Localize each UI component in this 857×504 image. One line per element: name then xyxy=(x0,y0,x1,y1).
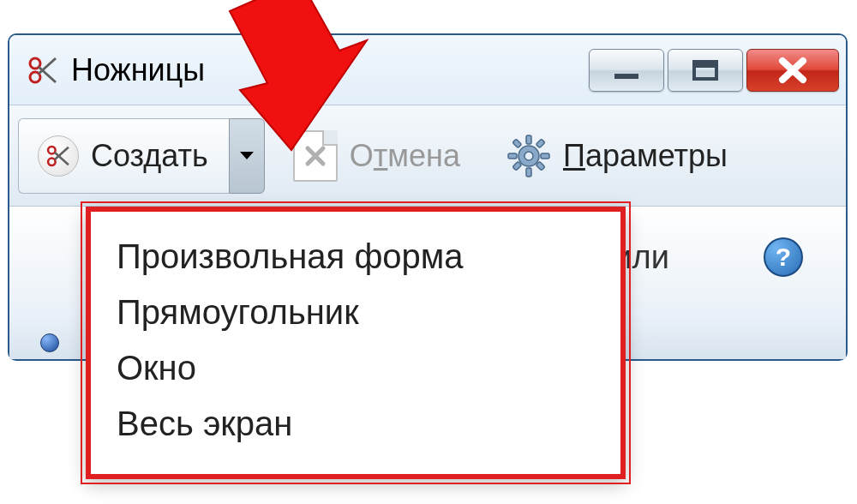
minimize-button[interactable] xyxy=(589,49,664,92)
options-button-label: Параметры xyxy=(563,138,728,174)
menu-item-window[interactable]: Окно xyxy=(113,340,598,396)
svg-rect-15 xyxy=(541,153,549,159)
svg-line-3 xyxy=(39,58,56,74)
menu-item-rectangle[interactable]: Прямоугольник xyxy=(113,285,598,340)
scissors-icon xyxy=(38,135,79,177)
menu-item-freeform[interactable]: Произвольная форма xyxy=(113,229,598,285)
cancel-button-label: Отмена xyxy=(350,138,460,174)
cancel-button: Отмена xyxy=(273,118,480,194)
maximize-button[interactable] xyxy=(668,49,743,92)
svg-point-7 xyxy=(48,146,56,153)
app-scissors-icon xyxy=(25,53,59,87)
new-button-label: Создать xyxy=(91,138,208,174)
svg-rect-13 xyxy=(526,168,531,177)
cancel-icon xyxy=(293,130,338,182)
help-icon[interactable]: ? xyxy=(764,237,803,277)
svg-rect-18 xyxy=(536,139,545,148)
gear-icon xyxy=(506,134,551,178)
svg-point-8 xyxy=(48,158,56,165)
close-button[interactable] xyxy=(746,49,839,92)
svg-rect-16 xyxy=(512,139,522,148)
titlebar: Ножницы xyxy=(9,35,846,105)
svg-rect-17 xyxy=(536,161,545,171)
svg-point-20 xyxy=(524,152,533,160)
svg-rect-19 xyxy=(512,161,522,171)
menu-item-fullscreen[interactable]: Весь экран xyxy=(113,396,598,452)
toolbar: Создать Отмена xyxy=(9,105,846,207)
bullet-icon xyxy=(40,333,59,352)
new-dropdown-menu: Произвольная форма Прямоугольник Окно Ве… xyxy=(86,207,626,479)
svg-rect-6 xyxy=(694,62,716,68)
window-controls xyxy=(589,49,839,92)
svg-rect-12 xyxy=(526,135,531,144)
hint-text-fragment: или ? xyxy=(614,237,803,277)
svg-line-2 xyxy=(39,67,56,82)
new-button[interactable]: Создать xyxy=(18,118,229,194)
chevron-down-icon xyxy=(239,151,255,161)
new-dropdown-toggle[interactable] xyxy=(229,118,265,194)
svg-rect-4 xyxy=(614,74,638,79)
options-button[interactable]: Параметры xyxy=(487,118,747,194)
svg-rect-14 xyxy=(508,153,517,159)
window-title: Ножницы xyxy=(71,52,589,88)
